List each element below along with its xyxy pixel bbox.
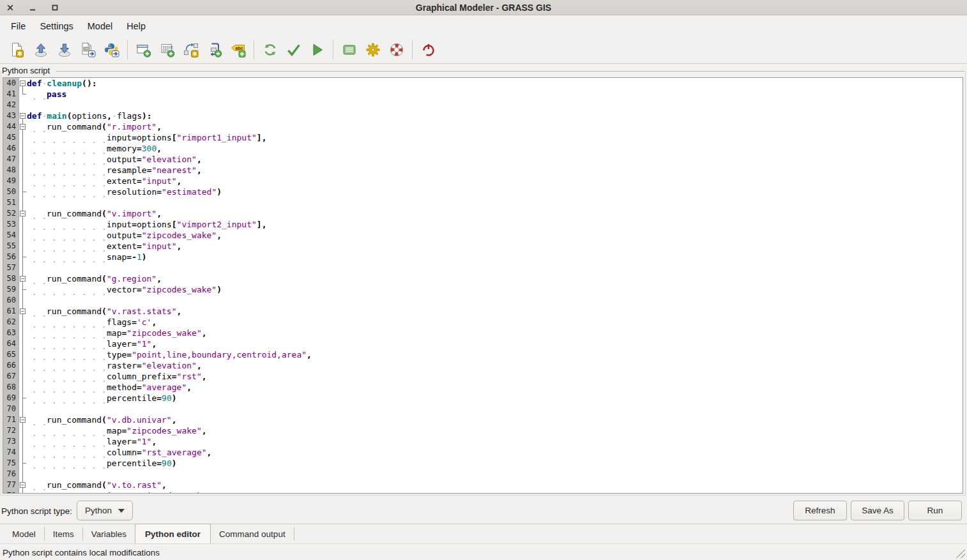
maximize-icon[interactable] bbox=[50, 3, 59, 11]
line-number: 55 bbox=[3, 241, 19, 252]
code-line-53[interactable]: 53input=options["vimport2_input"], bbox=[3, 219, 963, 230]
redraw-icon[interactable] bbox=[263, 42, 278, 57]
code-line-55[interactable]: 55extent="input", bbox=[3, 241, 963, 252]
code-line-40[interactable]: 40def·cleanup(): bbox=[3, 78, 963, 89]
code-line-68[interactable]: 68method="average", bbox=[3, 382, 963, 393]
code-line-61[interactable]: 61run_command("v.rast.stats", bbox=[3, 306, 963, 317]
fold-marker[interactable] bbox=[19, 110, 27, 121]
fold-line bbox=[19, 382, 27, 393]
code-line-75[interactable]: 75percentile=90) bbox=[3, 458, 963, 469]
code-line-57[interactable]: 57 bbox=[3, 262, 963, 273]
fold-marker[interactable] bbox=[19, 480, 27, 490]
add-loop-icon[interactable] bbox=[207, 42, 222, 57]
code-line-76[interactable]: 76 bbox=[3, 469, 963, 480]
code-line-64[interactable]: 64layer="1", bbox=[3, 338, 963, 349]
code-line-47[interactable]: 47output="elevation", bbox=[3, 154, 963, 165]
add-comment-icon[interactable]: abc bbox=[231, 42, 246, 57]
code-line-77[interactable]: 77run_command("v.to.rast", bbox=[3, 480, 963, 490]
code-line-45[interactable]: 45input=options["rimport1_input"], bbox=[3, 132, 963, 143]
code-line-50[interactable]: 50resolution="estimated") bbox=[3, 186, 963, 197]
code-line-73[interactable]: 73layer="1", bbox=[3, 436, 963, 447]
run-button[interactable]: Run bbox=[908, 501, 962, 520]
code-line-58[interactable]: 58run_command("g.region", bbox=[3, 273, 963, 284]
tab-model[interactable]: Model bbox=[4, 524, 44, 543]
tab-python-editor[interactable]: Python editor bbox=[135, 524, 211, 543]
line-number: 43 bbox=[3, 110, 19, 121]
fold-marker[interactable] bbox=[19, 208, 27, 219]
fold-line bbox=[19, 230, 27, 241]
menu-file[interactable]: File bbox=[4, 18, 33, 34]
code-text: input=options["vimport2_input"], bbox=[27, 219, 963, 230]
settings-gear-icon[interactable] bbox=[365, 42, 381, 57]
quit-power-icon[interactable] bbox=[421, 42, 436, 57]
export-python-icon[interactable] bbox=[104, 42, 119, 57]
code-line-70[interactable]: 70 bbox=[3, 404, 963, 414]
fold-marker[interactable] bbox=[19, 78, 27, 89]
code-line-56[interactable]: 56snap=-1) bbox=[3, 252, 963, 262]
add-command-icon[interactable] bbox=[136, 42, 151, 57]
run-model-icon[interactable] bbox=[310, 42, 325, 57]
refresh-button[interactable]: Refresh bbox=[793, 501, 847, 520]
fold-marker[interactable] bbox=[19, 273, 27, 284]
indent-whitespace bbox=[27, 458, 107, 469]
line-number: 41 bbox=[3, 89, 19, 100]
tab-command-output[interactable]: Command output bbox=[211, 524, 294, 543]
code-line-67[interactable]: 67column_prefix="rst", bbox=[3, 371, 963, 382]
code-line-49[interactable]: 49extent="input", bbox=[3, 176, 963, 186]
fold-marker[interactable] bbox=[19, 121, 27, 132]
code-line-41[interactable]: 41pass bbox=[3, 89, 963, 100]
code-line-42[interactable]: 42 bbox=[3, 100, 963, 110]
code-line-46[interactable]: 46memory=300, bbox=[3, 143, 963, 154]
menu-help[interactable]: Help bbox=[119, 18, 153, 34]
code-line-71[interactable]: 71run_command("v.db.univar", bbox=[3, 414, 963, 425]
validate-icon[interactable] bbox=[286, 42, 301, 57]
code-line-59[interactable]: 59vector="zipcodes_wake") bbox=[3, 284, 963, 295]
code-text: flags='c', bbox=[27, 317, 963, 328]
toolbar-separator bbox=[254, 40, 254, 59]
tab-variables[interactable]: Variables bbox=[83, 524, 135, 543]
python-code-editor[interactable]: 40def·cleanup():41pass4243def·main(optio… bbox=[3, 77, 963, 494]
line-number: 54 bbox=[3, 230, 19, 241]
line-number: 60 bbox=[3, 295, 19, 306]
save-model-icon[interactable] bbox=[57, 42, 72, 57]
export-image-icon[interactable] bbox=[80, 42, 96, 57]
add-data-icon[interactable]: IOIOI OIO bbox=[160, 42, 175, 57]
code-line-63[interactable]: 63map="zipcodes_wake", bbox=[3, 328, 963, 338]
add-relation-icon[interactable] bbox=[183, 42, 199, 57]
toolbar-separator bbox=[333, 40, 333, 59]
code-line-78[interactable]: 78input="zipcodes_wake", bbox=[3, 490, 963, 494]
minimize-icon[interactable] bbox=[28, 3, 36, 11]
code-line-43[interactable]: 43def·main(options,·flags): bbox=[3, 110, 963, 121]
code-line-66[interactable]: 66raster="elevation", bbox=[3, 360, 963, 371]
code-line-54[interactable]: 54output="zipcodes_wake", bbox=[3, 230, 963, 241]
code-line-44[interactable]: 44run_command("r.import", bbox=[3, 121, 963, 132]
menu-settings[interactable]: Settings bbox=[33, 18, 80, 34]
tab-items[interactable]: Items bbox=[45, 524, 82, 543]
fold-line bbox=[19, 132, 27, 143]
properties-icon[interactable] bbox=[342, 42, 357, 57]
code-line-51[interactable]: 51 bbox=[3, 197, 963, 208]
code-line-62[interactable]: 62flags='c', bbox=[3, 317, 963, 328]
code-line-48[interactable]: 48resample="nearest", bbox=[3, 165, 963, 176]
code-line-60[interactable]: 60 bbox=[3, 295, 963, 306]
fold-line bbox=[19, 458, 27, 469]
line-number: 44 bbox=[3, 121, 19, 132]
close-icon[interactable] bbox=[6, 3, 14, 11]
new-model-icon[interactable] bbox=[10, 42, 25, 57]
code-line-65[interactable]: 65type="point,line,boundary,centroid,are… bbox=[3, 349, 963, 360]
menu-model[interactable]: Model bbox=[80, 18, 120, 34]
save-as-button[interactable]: Save As bbox=[851, 501, 904, 520]
code-line-52[interactable]: 52run_command("v.import", bbox=[3, 208, 963, 219]
code-line-72[interactable]: 72map="zipcodes_wake", bbox=[3, 425, 963, 436]
code-line-74[interactable]: 74column="rst_average", bbox=[3, 447, 963, 458]
fold-marker[interactable] bbox=[19, 306, 27, 317]
help-lifering-icon[interactable] bbox=[389, 42, 404, 57]
open-model-icon[interactable] bbox=[33, 42, 49, 57]
line-number: 57 bbox=[3, 262, 19, 273]
fold-marker[interactable] bbox=[19, 414, 27, 425]
script-type-dropdown[interactable]: Python bbox=[77, 501, 133, 520]
tab-separator bbox=[294, 527, 294, 541]
code-line-69[interactable]: 69percentile=90) bbox=[3, 393, 963, 404]
indent-whitespace bbox=[27, 317, 107, 328]
fold-line bbox=[19, 241, 27, 252]
